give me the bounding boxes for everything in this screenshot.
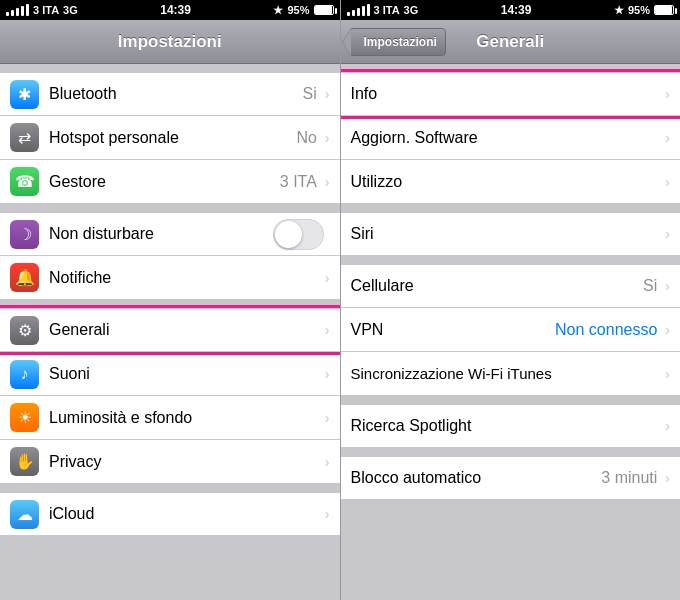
right-item-siri[interactable]: Siri › (341, 212, 681, 256)
right-item-vpn[interactable]: VPN Non connesso › (341, 308, 681, 352)
chevron-icon: › (665, 278, 670, 294)
left-panel-header: Impostazioni (0, 20, 340, 64)
sidebar-item-suoni[interactable]: ♪ Suoni › (0, 352, 340, 396)
right-group-blocco: Blocco automatico 3 minuti › (341, 456, 681, 500)
right-item-utilizzo[interactable]: Utilizzo › (341, 160, 681, 204)
left-group-generali: ⚙ Generali › (0, 308, 340, 352)
sidebar-item-notifiche[interactable]: 🔔 Notifiche › (0, 256, 340, 300)
sidebar-item-icloud[interactable]: ☁ iCloud › (0, 492, 340, 536)
chevron-icon: › (325, 366, 330, 382)
ricerca-spotlight-label: Ricerca Spotlight (351, 417, 664, 435)
time-right: 14:39 (501, 3, 532, 17)
sidebar-item-generali[interactable]: ⚙ Generali › (0, 308, 340, 352)
right-item-info[interactable]: Info › (341, 72, 681, 116)
left-group-5: ☁ iCloud › (0, 492, 340, 536)
right-item-cellulare[interactable]: Cellulare Si › (341, 264, 681, 308)
chevron-icon: › (325, 86, 330, 102)
chevron-icon: › (665, 322, 670, 338)
chevron-icon: › (665, 86, 670, 102)
notifiche-label: Notifiche (49, 269, 323, 287)
icloud-icon: ☁ (10, 500, 39, 529)
chevron-icon: › (325, 410, 330, 426)
vpn-label: VPN (351, 321, 556, 339)
left-group-2: ☽ Non disturbare 🔔 Notifiche › (0, 212, 340, 300)
right-item-sincronizzazione[interactable]: Sincronizzazione Wi-Fi iTunes › (341, 352, 681, 396)
chevron-icon: › (325, 454, 330, 470)
battery-pct-left: 95% (287, 4, 309, 16)
right-scroll-area[interactable]: Info › Aggiorn. Software › Utilizzo › Si… (341, 64, 681, 600)
back-button[interactable]: Impostazioni (349, 28, 446, 56)
generali-icon: ⚙ (10, 316, 39, 345)
right-item-aggiorn-software[interactable]: Aggiorn. Software › (341, 116, 681, 160)
carrier-left: 3 ITA (33, 4, 59, 16)
generali-label: Generali (49, 321, 323, 339)
suoni-icon: ♪ (10, 360, 39, 389)
right-group-siri: Siri › (341, 212, 681, 256)
right-status-right: ★ 95% (614, 4, 674, 17)
siri-label: Siri (351, 225, 664, 243)
right-item-ricerca-spotlight[interactable]: Ricerca Spotlight › (341, 404, 681, 448)
left-status-bar: 3 ITA 3G 14:39 ★ 95% (0, 0, 340, 20)
chevron-icon: › (665, 470, 670, 486)
sidebar-item-privacy[interactable]: ✋ Privacy › (0, 440, 340, 484)
chevron-icon: › (665, 418, 670, 434)
sincronizzazione-label: Sincronizzazione Wi-Fi iTunes (351, 365, 664, 382)
time-left: 14:39 (160, 3, 191, 17)
chevron-icon: › (665, 130, 670, 146)
cellulare-label: Cellulare (351, 277, 644, 295)
chevron-icon: › (325, 322, 330, 338)
right-item-blocco-automatico[interactable]: Blocco automatico 3 minuti › (341, 456, 681, 500)
non-disturbare-toggle[interactable] (273, 219, 324, 250)
right-group-info: Info › (341, 72, 681, 116)
signal-icon-right (347, 4, 370, 16)
privacy-icon: ✋ (10, 447, 39, 476)
left-panel-title: Impostazioni (118, 32, 222, 52)
battery-icon-right (654, 5, 674, 15)
network-left: 3G (63, 4, 78, 16)
left-group-4: ♪ Suoni › ☀ Luminosità e sfondo › ✋ Priv… (0, 352, 340, 484)
suoni-label: Suoni (49, 365, 323, 383)
battery-pct-right: 95% (628, 4, 650, 16)
network-right: 3G (404, 4, 419, 16)
privacy-label: Privacy (49, 453, 323, 471)
sidebar-item-non-disturbare[interactable]: ☽ Non disturbare (0, 212, 340, 256)
notifiche-icon: 🔔 (10, 263, 39, 292)
right-panel-header: Impostazioni Generali (341, 20, 681, 64)
right-panel-title: Generali (476, 32, 544, 52)
sidebar-item-hotspot[interactable]: ⇄ Hotspot personale No › (0, 116, 340, 160)
right-group-4: Cellulare Si › VPN Non connesso › Sincro… (341, 264, 681, 396)
chevron-icon: › (325, 130, 330, 146)
luminosita-label: Luminosità e sfondo (49, 409, 323, 427)
left-group-1: ✱ Bluetooth Si › ⇄ Hotspot personale No … (0, 72, 340, 204)
cellulare-value: Si (643, 277, 657, 295)
utilizzo-label: Utilizzo (351, 173, 664, 191)
right-group-2: Aggiorn. Software › Utilizzo › (341, 116, 681, 204)
carrier-right: 3 ITA (374, 4, 400, 16)
bluetooth-label: Bluetooth (49, 85, 303, 103)
battery-icon-left (314, 5, 334, 15)
gestore-value: 3 ITA (280, 173, 317, 191)
signal-icon (6, 4, 29, 16)
blocco-automatico-label: Blocco automatico (351, 469, 602, 487)
blocco-automatico-value: 3 minuti (601, 469, 657, 487)
bluetooth-value: Si (303, 85, 317, 103)
left-status-left: 3 ITA 3G (6, 4, 78, 16)
aggiorn-label: Aggiorn. Software (351, 129, 664, 147)
toggle-knob (275, 221, 302, 248)
hotspot-value: No (296, 129, 316, 147)
left-panel: 3 ITA 3G 14:39 ★ 95% Impostazioni ✱ Blue… (0, 0, 340, 600)
right-status-bar: 3 ITA 3G 14:39 ★ 95% (341, 0, 681, 20)
gestore-label: Gestore (49, 173, 280, 191)
left-scroll-area[interactable]: ✱ Bluetooth Si › ⇄ Hotspot personale No … (0, 64, 340, 600)
chevron-icon: › (665, 366, 670, 382)
non-disturbare-label: Non disturbare (49, 225, 273, 243)
info-label: Info (351, 85, 664, 103)
left-status-right: ★ 95% (273, 4, 333, 17)
sidebar-item-gestore[interactable]: ☎ Gestore 3 ITA › (0, 160, 340, 204)
right-panel: 3 ITA 3G 14:39 ★ 95% Impostazioni Genera… (341, 0, 681, 600)
sidebar-item-luminosita[interactable]: ☀ Luminosità e sfondo › (0, 396, 340, 440)
non-disturbare-icon: ☽ (10, 220, 39, 249)
hotspot-icon: ⇄ (10, 123, 39, 152)
hotspot-label: Hotspot personale (49, 129, 296, 147)
sidebar-item-bluetooth[interactable]: ✱ Bluetooth Si › (0, 72, 340, 116)
